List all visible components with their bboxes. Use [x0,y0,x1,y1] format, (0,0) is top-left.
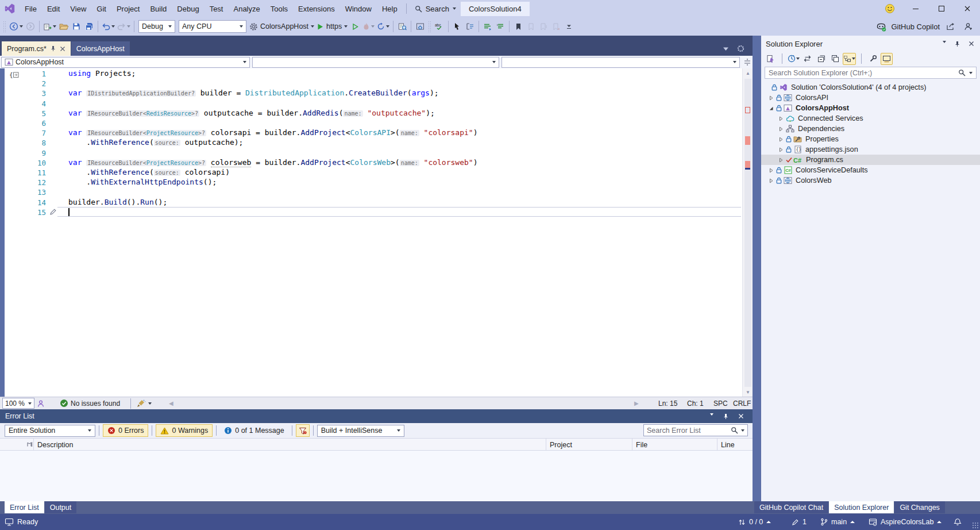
startup-project-button[interactable]: ColorsAppHost [248,20,315,33]
menu-item-git[interactable]: Git [91,2,111,16]
unsaved-edits-indicator[interactable]: 1 [792,514,807,530]
code-editor[interactable]: { 1using Projects;23var IDistributedAppl… [0,68,753,397]
format-document-icon[interactable] [481,20,494,33]
close-icon[interactable] [60,46,65,52]
split-window-icon[interactable] [743,58,751,66]
git-sync-button[interactable]: 0 / 0 [738,514,771,530]
scroll-up-arrow-icon[interactable]: ▲ [743,68,753,78]
start-debugging-button[interactable]: https [315,20,349,33]
more-options-icon[interactable] [562,20,575,33]
platform-combo[interactable]: Any CPU [179,20,246,33]
errors-toggle[interactable]: 0 Errors [103,424,148,437]
start-without-debugging-icon[interactable] [349,20,361,33]
git-branch-button[interactable]: main [820,514,855,530]
maximize-button[interactable] [928,0,954,17]
redo-icon[interactable] [116,20,132,33]
toolbar-drag-grip[interactable] [428,21,431,32]
spell-check-icon[interactable]: abc [433,20,446,33]
tree-item-properties[interactable]: Properties [761,134,980,144]
share-icon[interactable] [944,20,957,33]
tree-item-colorsweb[interactable]: ColorsWeb [761,175,980,186]
forward-arrow-icon[interactable] [24,20,37,33]
column-header-description[interactable]: Description [33,439,546,451]
expander-collapsed-icon[interactable] [767,95,775,101]
filter-button[interactable]: 7 [296,424,310,437]
hot-reload-icon[interactable] [361,20,376,33]
tree-item-colorsapphost[interactable]: ColorsAppHost [761,103,980,113]
menu-item-help[interactable]: Help [377,2,403,16]
zoom-level-dropdown[interactable]: 100 % [2,398,34,409]
toolbar-drag-grip[interactable] [3,21,6,32]
switch-views-icon[interactable] [801,53,813,65]
undo-icon[interactable] [101,20,116,33]
open-file-icon[interactable] [57,20,70,33]
error-scope-dropdown[interactable]: Entire Solution [5,425,95,437]
messages-toggle[interactable]: 0 of 1 Message [220,424,288,437]
tree-item-colorsservicedefaults[interactable]: C#ColorsServiceDefaults [761,165,980,175]
menu-item-test[interactable]: Test [205,2,229,16]
close-icon[interactable] [969,41,974,47]
error-list-search-input[interactable]: Search Error List [643,424,748,436]
minimize-button[interactable] [902,0,928,17]
error-mode-dropdown[interactable]: Build + IntelliSense [317,425,404,437]
chevron-down-icon[interactable] [710,413,713,416]
column-header-file[interactable]: File [632,439,717,451]
code-cleanup-icon[interactable] [137,400,146,408]
menu-item-extensions[interactable]: Extensions [293,2,340,16]
notifications-button[interactable] [954,514,962,530]
git-repo-button[interactable]: AspireColorsLab [869,514,942,530]
editor-vertical-scrollbar[interactable]: ▲ ▼ [742,68,753,397]
prev-bookmark-icon[interactable] [524,20,537,33]
tree-item-dependencies[interactable]: Dependencies [761,124,980,134]
configuration-combo[interactable]: Debug [138,20,175,33]
hscroll-right-arrow-icon[interactable]: ▶ [634,400,639,406]
menu-item-tools[interactable]: Tools [265,2,293,16]
hscroll-left-arrow-icon[interactable]: ◀ [169,400,173,406]
member-dropdown[interactable] [501,57,740,68]
properties-icon[interactable] [867,53,879,65]
expander-collapsed-icon[interactable] [767,178,775,183]
interactive-window-icon[interactable] [464,20,476,33]
bookmark-icon[interactable] [512,20,524,33]
menu-item-debug[interactable]: Debug [172,2,204,16]
expander-collapsed-icon[interactable] [777,158,785,163]
document-list-chevron-icon[interactable] [723,45,729,52]
scrollbar-thumb[interactable] [744,79,751,387]
panel-tab-git-changes[interactable]: Git Changes [894,501,944,513]
expander-collapsed-icon[interactable] [777,126,785,132]
column-header-line[interactable]: Line [717,439,753,451]
back-arrow-icon[interactable] [8,20,24,33]
sync-with-active-document-icon[interactable] [765,53,777,65]
panel-tab-error-list[interactable]: Error List [5,501,44,513]
find-in-files-icon[interactable] [396,20,408,33]
menu-item-file[interactable]: File [20,2,42,16]
expander-collapsed-icon[interactable] [767,168,775,173]
save-icon[interactable] [70,20,83,33]
document-tab-ColorsAppHost[interactable]: ColorsAppHost [71,41,130,56]
expander-expanded-icon[interactable] [767,106,775,111]
save-all-icon[interactable] [83,20,95,33]
column-header-project[interactable]: Project [546,439,632,451]
pin-icon[interactable] [50,45,56,52]
window-options-icon[interactable] [737,45,744,52]
scroll-down-arrow-icon[interactable]: ▼ [743,387,753,397]
menu-item-window[interactable]: Window [340,2,377,16]
tree-item-solution-colorssolution4-4-of-4-projects-[interactable]: Solution 'ColorsSolution4' (4 of 4 proje… [761,82,980,93]
panel-tab-solution-explorer[interactable]: Solution Explorer [829,501,894,513]
restart-icon[interactable] [376,20,391,33]
warnings-toggle[interactable]: 0 Warnings [156,424,213,437]
tree-item-program-cs[interactable]: C#Program.cs [761,155,980,165]
feedback-icon[interactable] [37,400,45,408]
clear-bookmarks-icon[interactable] [550,20,562,33]
document-tab-Programcs[interactable]: Program.cs* [2,41,71,56]
menu-item-build[interactable]: Build [145,2,172,16]
next-bookmark-icon[interactable] [537,20,550,33]
expander-collapsed-icon[interactable] [777,147,785,152]
preview-selected-items-icon[interactable] [881,53,893,65]
solution-explorer-search-input[interactable]: Search Solution Explorer (Ctrl+;) [765,67,977,79]
tree-item-connected-services[interactable]: Connected Services [761,113,980,124]
nest-files-icon[interactable] [829,53,841,65]
type-dropdown[interactable] [252,57,499,68]
live-share-person-icon[interactable] [962,20,974,33]
menu-item-edit[interactable]: Edit [42,2,65,16]
